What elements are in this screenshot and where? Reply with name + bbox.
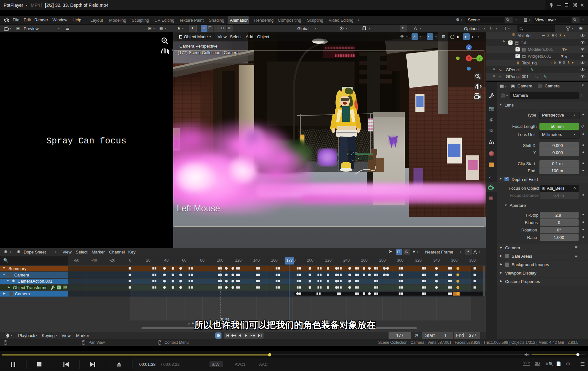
svg-text:Z: Z — [468, 46, 470, 49]
svg-text:Y: Y — [479, 57, 481, 60]
svg-text:X: X — [468, 57, 470, 60]
